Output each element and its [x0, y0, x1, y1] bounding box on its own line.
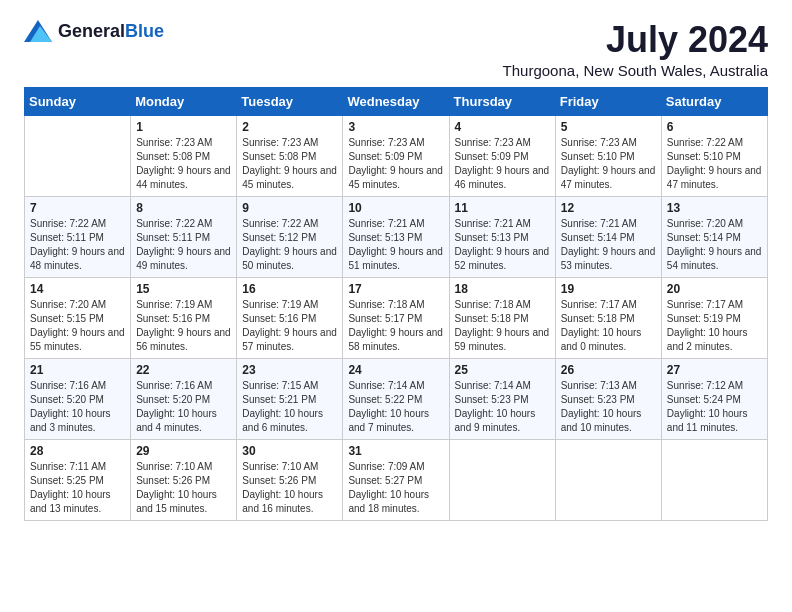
calendar-cell: 27Sunrise: 7:12 AMSunset: 5:24 PMDayligh… — [661, 358, 767, 439]
calendar-week-2: 7Sunrise: 7:22 AMSunset: 5:11 PMDaylight… — [25, 196, 768, 277]
calendar-cell: 7Sunrise: 7:22 AMSunset: 5:11 PMDaylight… — [25, 196, 131, 277]
cell-info: Sunrise: 7:10 AMSunset: 5:26 PMDaylight:… — [242, 460, 337, 516]
cell-info: Sunrise: 7:09 AMSunset: 5:27 PMDaylight:… — [348, 460, 443, 516]
cell-info: Sunrise: 7:19 AMSunset: 5:16 PMDaylight:… — [242, 298, 337, 354]
calendar-cell: 1Sunrise: 7:23 AMSunset: 5:08 PMDaylight… — [131, 115, 237, 196]
day-number: 27 — [667, 363, 762, 377]
calendar-week-4: 21Sunrise: 7:16 AMSunset: 5:20 PMDayligh… — [25, 358, 768, 439]
cell-info: Sunrise: 7:21 AMSunset: 5:14 PMDaylight:… — [561, 217, 656, 273]
cell-info: Sunrise: 7:23 AMSunset: 5:09 PMDaylight:… — [455, 136, 550, 192]
day-number: 28 — [30, 444, 125, 458]
day-number: 2 — [242, 120, 337, 134]
calendar-cell: 11Sunrise: 7:21 AMSunset: 5:13 PMDayligh… — [449, 196, 555, 277]
calendar-cell — [555, 439, 661, 520]
day-number: 7 — [30, 201, 125, 215]
day-number: 6 — [667, 120, 762, 134]
cell-info: Sunrise: 7:23 AMSunset: 5:10 PMDaylight:… — [561, 136, 656, 192]
day-number: 3 — [348, 120, 443, 134]
calendar-cell: 22Sunrise: 7:16 AMSunset: 5:20 PMDayligh… — [131, 358, 237, 439]
calendar-week-1: 1Sunrise: 7:23 AMSunset: 5:08 PMDaylight… — [25, 115, 768, 196]
calendar-table: Sunday Monday Tuesday Wednesday Thursday… — [24, 87, 768, 521]
day-number: 20 — [667, 282, 762, 296]
calendar-cell: 20Sunrise: 7:17 AMSunset: 5:19 PMDayligh… — [661, 277, 767, 358]
day-number: 12 — [561, 201, 656, 215]
cell-info: Sunrise: 7:17 AMSunset: 5:18 PMDaylight:… — [561, 298, 656, 354]
calendar-cell: 31Sunrise: 7:09 AMSunset: 5:27 PMDayligh… — [343, 439, 449, 520]
header-friday: Friday — [555, 87, 661, 115]
calendar-cell: 12Sunrise: 7:21 AMSunset: 5:14 PMDayligh… — [555, 196, 661, 277]
cell-info: Sunrise: 7:14 AMSunset: 5:23 PMDaylight:… — [455, 379, 550, 435]
calendar-cell — [25, 115, 131, 196]
calendar-cell: 21Sunrise: 7:16 AMSunset: 5:20 PMDayligh… — [25, 358, 131, 439]
calendar-cell: 16Sunrise: 7:19 AMSunset: 5:16 PMDayligh… — [237, 277, 343, 358]
day-number: 8 — [136, 201, 231, 215]
logo-icon — [24, 20, 52, 42]
cell-info: Sunrise: 7:15 AMSunset: 5:21 PMDaylight:… — [242, 379, 337, 435]
header-saturday: Saturday — [661, 87, 767, 115]
cell-info: Sunrise: 7:21 AMSunset: 5:13 PMDaylight:… — [455, 217, 550, 273]
day-number: 1 — [136, 120, 231, 134]
cell-info: Sunrise: 7:20 AMSunset: 5:14 PMDaylight:… — [667, 217, 762, 273]
calendar-cell: 19Sunrise: 7:17 AMSunset: 5:18 PMDayligh… — [555, 277, 661, 358]
day-number: 11 — [455, 201, 550, 215]
cell-info: Sunrise: 7:23 AMSunset: 5:09 PMDaylight:… — [348, 136, 443, 192]
month-year: July 2024 — [503, 20, 768, 60]
header-tuesday: Tuesday — [237, 87, 343, 115]
day-number: 31 — [348, 444, 443, 458]
title-area: July 2024 Thurgoona, New South Wales, Au… — [503, 20, 768, 79]
header-sunday: Sunday — [25, 87, 131, 115]
cell-info: Sunrise: 7:23 AMSunset: 5:08 PMDaylight:… — [136, 136, 231, 192]
calendar-cell: 25Sunrise: 7:14 AMSunset: 5:23 PMDayligh… — [449, 358, 555, 439]
calendar-cell: 9Sunrise: 7:22 AMSunset: 5:12 PMDaylight… — [237, 196, 343, 277]
header-wednesday: Wednesday — [343, 87, 449, 115]
calendar-cell: 3Sunrise: 7:23 AMSunset: 5:09 PMDaylight… — [343, 115, 449, 196]
calendar-cell: 24Sunrise: 7:14 AMSunset: 5:22 PMDayligh… — [343, 358, 449, 439]
day-number: 10 — [348, 201, 443, 215]
calendar-cell: 26Sunrise: 7:13 AMSunset: 5:23 PMDayligh… — [555, 358, 661, 439]
calendar-cell: 30Sunrise: 7:10 AMSunset: 5:26 PMDayligh… — [237, 439, 343, 520]
calendar-cell: 8Sunrise: 7:22 AMSunset: 5:11 PMDaylight… — [131, 196, 237, 277]
cell-info: Sunrise: 7:22 AMSunset: 5:12 PMDaylight:… — [242, 217, 337, 273]
calendar-cell: 5Sunrise: 7:23 AMSunset: 5:10 PMDaylight… — [555, 115, 661, 196]
logo: GeneralBlue — [24, 20, 164, 42]
day-number: 25 — [455, 363, 550, 377]
cell-info: Sunrise: 7:22 AMSunset: 5:11 PMDaylight:… — [136, 217, 231, 273]
calendar-week-5: 28Sunrise: 7:11 AMSunset: 5:25 PMDayligh… — [25, 439, 768, 520]
day-number: 23 — [242, 363, 337, 377]
cell-info: Sunrise: 7:18 AMSunset: 5:17 PMDaylight:… — [348, 298, 443, 354]
day-number: 18 — [455, 282, 550, 296]
day-number: 24 — [348, 363, 443, 377]
header-monday: Monday — [131, 87, 237, 115]
calendar-cell: 18Sunrise: 7:18 AMSunset: 5:18 PMDayligh… — [449, 277, 555, 358]
calendar-cell: 28Sunrise: 7:11 AMSunset: 5:25 PMDayligh… — [25, 439, 131, 520]
calendar-cell: 13Sunrise: 7:20 AMSunset: 5:14 PMDayligh… — [661, 196, 767, 277]
calendar-cell: 4Sunrise: 7:23 AMSunset: 5:09 PMDaylight… — [449, 115, 555, 196]
day-number: 30 — [242, 444, 337, 458]
calendar-cell: 17Sunrise: 7:18 AMSunset: 5:17 PMDayligh… — [343, 277, 449, 358]
cell-info: Sunrise: 7:20 AMSunset: 5:15 PMDaylight:… — [30, 298, 125, 354]
day-number: 26 — [561, 363, 656, 377]
logo-text-blue: Blue — [125, 21, 164, 41]
calendar-cell: 15Sunrise: 7:19 AMSunset: 5:16 PMDayligh… — [131, 277, 237, 358]
cell-info: Sunrise: 7:16 AMSunset: 5:20 PMDaylight:… — [136, 379, 231, 435]
calendar-cell — [661, 439, 767, 520]
cell-info: Sunrise: 7:18 AMSunset: 5:18 PMDaylight:… — [455, 298, 550, 354]
calendar-cell: 29Sunrise: 7:10 AMSunset: 5:26 PMDayligh… — [131, 439, 237, 520]
calendar-cell — [449, 439, 555, 520]
calendar-cell: 23Sunrise: 7:15 AMSunset: 5:21 PMDayligh… — [237, 358, 343, 439]
cell-info: Sunrise: 7:13 AMSunset: 5:23 PMDaylight:… — [561, 379, 656, 435]
calendar-cell: 10Sunrise: 7:21 AMSunset: 5:13 PMDayligh… — [343, 196, 449, 277]
header: GeneralBlue July 2024 Thurgoona, New Sou… — [24, 20, 768, 79]
day-number: 9 — [242, 201, 337, 215]
day-number: 16 — [242, 282, 337, 296]
day-number: 21 — [30, 363, 125, 377]
cell-info: Sunrise: 7:19 AMSunset: 5:16 PMDaylight:… — [136, 298, 231, 354]
location: Thurgoona, New South Wales, Australia — [503, 62, 768, 79]
calendar-cell: 6Sunrise: 7:22 AMSunset: 5:10 PMDaylight… — [661, 115, 767, 196]
day-number: 14 — [30, 282, 125, 296]
cell-info: Sunrise: 7:23 AMSunset: 5:08 PMDaylight:… — [242, 136, 337, 192]
header-thursday: Thursday — [449, 87, 555, 115]
cell-info: Sunrise: 7:22 AMSunset: 5:11 PMDaylight:… — [30, 217, 125, 273]
cell-info: Sunrise: 7:22 AMSunset: 5:10 PMDaylight:… — [667, 136, 762, 192]
day-number: 19 — [561, 282, 656, 296]
